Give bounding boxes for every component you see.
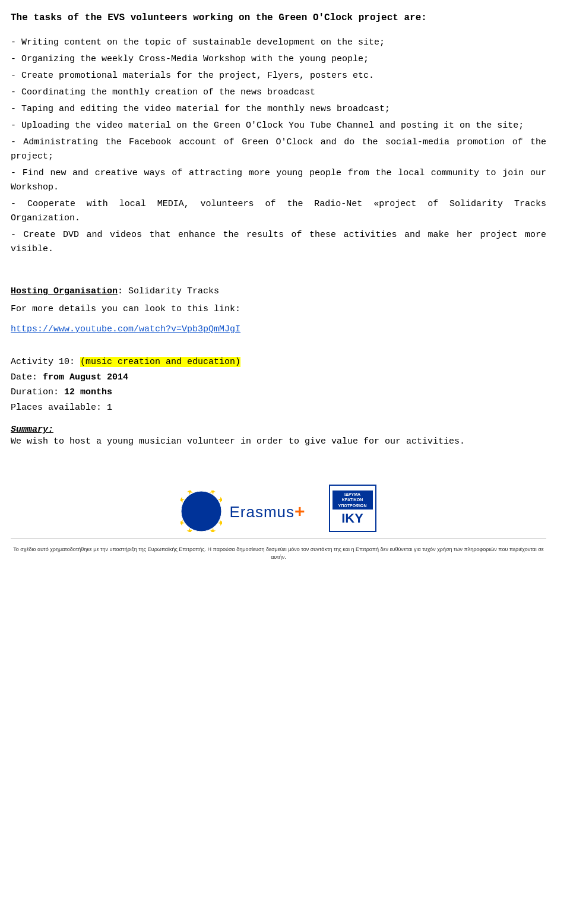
duration-value: 12 months xyxy=(64,387,112,397)
bullet-item-7: - Administrating the Facebook account of… xyxy=(11,135,546,164)
summary-label-line: Summary: xyxy=(11,425,546,435)
activity-number: Activity 10: xyxy=(11,357,75,367)
erasmus-wordmark: Erasmus xyxy=(229,503,294,521)
bullet-item-4: - Coordinating the monthly creation of t… xyxy=(11,86,546,100)
activity-places-line: Places available: 1 xyxy=(11,400,546,416)
duration-label: Duration: xyxy=(11,387,59,397)
activity-highlight: (music creation and education) xyxy=(80,357,240,367)
summary-label: Summary: xyxy=(11,425,53,435)
iky-logo: ΙΔΡΥΜΑ ΚΡΑΤΙΚΩΝ ΥΠΟΤΡΟΦΙΩΝ ΙΚΥ xyxy=(329,485,376,532)
date-label: Date: xyxy=(11,372,37,382)
erasmus-logo: Erasmus+ xyxy=(180,491,305,532)
footer-logos: Erasmus+ ΙΔΡΥΜΑ ΚΡΑΤΙΚΩΝ ΥΠΟΤΡΟΦΙΩΝ ΙΚΥ xyxy=(11,485,546,532)
bullet-item-2: - Organizing the weekly Cross-Media Work… xyxy=(11,52,546,67)
footer-disclaimer: Το σχέδιο αυτό χρηματοδοτήθηκε με την υπ… xyxy=(11,546,546,561)
svg-point-0 xyxy=(181,491,221,531)
places-label: Places available: xyxy=(11,403,102,413)
page-title: The tasks of the EVS volunteers working … xyxy=(11,11,546,25)
footer-bottom: Το σχέδιο αυτό χρηματοδοτήθηκε με την υπ… xyxy=(11,538,546,561)
bullet-list: - Writing content on the topic of sustai… xyxy=(11,36,546,257)
bullet-item-3: - Create promotional materials for the p… xyxy=(11,69,546,83)
iky-line3: ΥΠΟΤΡΟΦΙΩΝ xyxy=(333,503,372,508)
summary-text: We wish to host a young musician volunte… xyxy=(11,435,546,449)
activity-duration-line: Duration: 12 months xyxy=(11,385,546,400)
bullet-item-9: - Cooperate with local MEDIA, volunteers… xyxy=(11,197,546,226)
youtube-link[interactable]: https://www.youtube.com/watch?v=Vpb3pQmM… xyxy=(11,322,546,337)
activity-date-line: Date: from August 2014 xyxy=(11,370,546,385)
hosting-label: Hosting Organisation xyxy=(11,286,118,296)
bullet-item-10: - Create DVD and videos that enhance the… xyxy=(11,228,546,257)
date-value: from August 2014 xyxy=(43,372,128,382)
more-details-text: For more details you can look to this li… xyxy=(11,302,546,317)
bullet-item-5: - Taping and editing the video material … xyxy=(11,102,546,116)
summary-section: Summary: We wish to host a young musicia… xyxy=(11,425,546,449)
bullet-item-6: - Uploading the video material on the Gr… xyxy=(11,119,546,133)
erasmus-text-block: Erasmus+ xyxy=(229,501,305,521)
main-content: The tasks of the EVS volunteers working … xyxy=(11,11,546,561)
activity-section: Activity 10: (music creation and educati… xyxy=(11,355,546,415)
iky-abbreviation: ΙΚΥ xyxy=(341,511,363,526)
iky-logo-container: ΙΔΡΥΜΑ ΚΡΑΤΙΚΩΝ ΥΠΟΤΡΟΦΙΩΝ ΙΚΥ xyxy=(329,485,376,532)
iky-line2: ΚΡΑΤΙΚΩΝ xyxy=(333,497,372,502)
eu-flag-icon xyxy=(180,491,222,532)
erasmus-plus-sign: + xyxy=(294,501,305,521)
activity-line-1: Activity 10: (music creation and educati… xyxy=(11,355,546,370)
bullet-item-8: - Find new and creative ways of attracti… xyxy=(11,166,546,195)
hosting-section: Hosting Organisation: Solidarity Tracks xyxy=(11,286,546,296)
more-details-label: For more details you can look to this li… xyxy=(11,304,240,314)
iky-top-text: ΙΔΡΥΜΑ ΚΡΑΤΙΚΩΝ ΥΠΟΤΡΟΦΙΩΝ xyxy=(332,491,373,509)
iky-line1: ΙΔΡΥΜΑ xyxy=(333,492,372,497)
bullet-item-1: - Writing content on the topic of sustai… xyxy=(11,36,546,50)
youtube-link-anchor[interactable]: https://www.youtube.com/watch?v=Vpb3pQmM… xyxy=(11,324,240,334)
hosting-value: : Solidarity Tracks xyxy=(118,286,219,296)
places-value: 1 xyxy=(107,403,112,413)
